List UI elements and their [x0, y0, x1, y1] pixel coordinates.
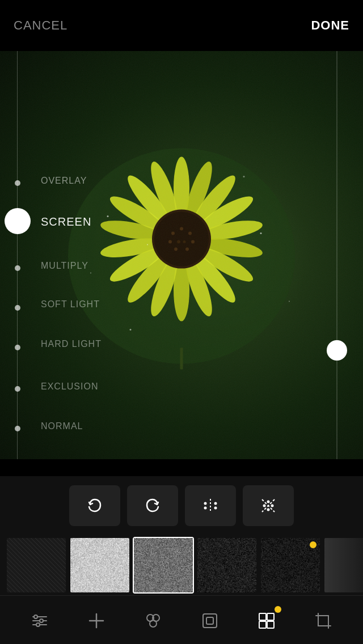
svg-point-8 [188, 249, 240, 307]
redo-icon [143, 497, 162, 515]
svg-point-34 [289, 301, 290, 302]
svg-point-0 [68, 149, 295, 364]
svg-point-3 [188, 171, 240, 229]
texture-icon [257, 611, 276, 630]
icon-row [0, 476, 363, 535]
crop-icon [314, 611, 333, 630]
svg-point-18 [146, 159, 182, 223]
texture-nav-badge [275, 606, 281, 613]
blend-label-soft-light: SOFT LIGHT [41, 299, 100, 310]
svg-point-1 [174, 157, 189, 219]
blend-dot-hard-light[interactable] [15, 345, 20, 350]
undo-icon [86, 497, 104, 515]
svg-point-47 [267, 501, 270, 503]
compare-toggle-button[interactable] [243, 485, 294, 526]
undo-button[interactable] [69, 485, 120, 526]
svg-point-12 [123, 249, 175, 307]
svg-point-4 [195, 191, 256, 236]
svg-point-50 [271, 505, 274, 507]
svg-point-44 [214, 507, 217, 510]
svg-point-6 [200, 235, 264, 261]
blend-dot-soft-light[interactable] [15, 305, 20, 311]
svg-point-28 [177, 240, 180, 244]
image-area [0, 51, 363, 459]
texture-item-6[interactable] [323, 537, 363, 594]
layers-icon [143, 611, 163, 630]
svg-point-16 [106, 191, 168, 236]
texture-item-4[interactable] [196, 537, 258, 594]
svg-point-39 [243, 176, 245, 177]
blend-label-exclusion: EXCLUSION [41, 382, 98, 392]
svg-point-31 [107, 215, 109, 217]
blend-label-hard-light: HARD LIGHT [41, 339, 102, 349]
svg-point-56 [36, 623, 40, 626]
nav-texture-button[interactable] [250, 604, 284, 638]
svg-point-61 [150, 620, 157, 627]
texture-item-3[interactable] [133, 537, 194, 594]
texture-strip [0, 535, 363, 595]
svg-point-29 [183, 240, 186, 243]
blend-dot-normal[interactable] [15, 426, 20, 431]
header: CANCEL DONE [0, 0, 363, 51]
svg-rect-66 [259, 621, 266, 628]
nav-adjustments-button[interactable] [23, 604, 57, 638]
blend-dot-multiply[interactable] [15, 265, 20, 271]
svg-point-24 [191, 240, 195, 244]
svg-point-23 [188, 232, 192, 235]
blend-dot-overlay[interactable] [15, 180, 20, 186]
svg-point-49 [263, 505, 266, 507]
svg-point-2 [181, 159, 217, 223]
texture-item-2[interactable] [69, 537, 130, 594]
flower-image [62, 132, 301, 370]
right-slider-thumb[interactable] [327, 340, 347, 361]
blend-label-normal: NORMAL [41, 421, 83, 431]
svg-rect-65 [267, 613, 274, 620]
svg-rect-67 [267, 621, 274, 628]
nav-crop-button[interactable] [306, 604, 340, 638]
svg-point-43 [214, 502, 217, 505]
done-button[interactable]: DONE [311, 18, 349, 33]
svg-rect-64 [259, 613, 266, 620]
svg-point-27 [168, 240, 172, 244]
svg-point-20 [154, 212, 209, 266]
svg-point-14 [99, 235, 163, 261]
left-slider-track [17, 51, 18, 459]
right-slider[interactable] [329, 51, 345, 459]
svg-point-54 [34, 615, 37, 618]
svg-point-25 [185, 248, 189, 251]
blend-dot-exclusion[interactable] [15, 386, 20, 392]
nav-add-button[interactable] [79, 604, 113, 638]
svg-point-55 [40, 619, 43, 622]
blend-label-multiply: MULTIPLY [41, 261, 88, 271]
svg-rect-62 [203, 614, 217, 628]
redo-button[interactable] [127, 485, 178, 526]
svg-point-9 [181, 255, 217, 319]
svg-point-15 [99, 217, 163, 244]
compare-split-button[interactable] [185, 485, 236, 526]
svg-point-42 [204, 507, 207, 510]
texture-item-1[interactable] [6, 537, 67, 594]
image-background [0, 51, 363, 459]
svg-point-32 [147, 244, 148, 245]
svg-rect-63 [206, 617, 213, 624]
add-icon [87, 611, 106, 630]
nav-layers-button[interactable] [136, 604, 170, 638]
cancel-button[interactable]: CANCEL [14, 18, 67, 33]
svg-point-19 [152, 210, 211, 269]
blend-dot-screen[interactable] [5, 208, 31, 234]
svg-point-35 [130, 329, 132, 331]
nav-frame-button[interactable] [193, 604, 227, 638]
svg-point-36 [90, 273, 91, 274]
compare-split-icon [201, 497, 220, 515]
svg-point-26 [174, 248, 178, 251]
compare-toggle-icon [259, 497, 277, 515]
svg-point-11 [146, 255, 182, 319]
blend-label-overlay: OVERLAY [41, 176, 87, 186]
adjustments-icon [30, 611, 49, 630]
svg-point-10 [174, 259, 189, 321]
svg-point-17 [123, 171, 175, 229]
texture-item-5[interactable] [260, 537, 321, 594]
svg-point-5 [200, 217, 264, 244]
texture-badge-5 [310, 541, 316, 548]
svg-point-13 [106, 242, 168, 287]
